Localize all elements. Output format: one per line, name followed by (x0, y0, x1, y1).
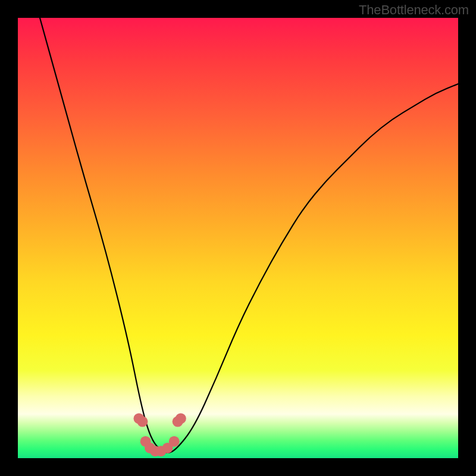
bottleneck-curve (40, 18, 458, 453)
marker-dot (176, 413, 186, 424)
marker-dots-group (134, 413, 186, 456)
watermark-text: TheBottleneck.com (359, 2, 469, 18)
marker-dot (169, 436, 180, 447)
plot-area (18, 18, 458, 458)
bottleneck-curve-svg (18, 18, 458, 458)
chart-frame: TheBottleneck.com (0, 0, 476, 476)
marker-dot (137, 416, 148, 427)
